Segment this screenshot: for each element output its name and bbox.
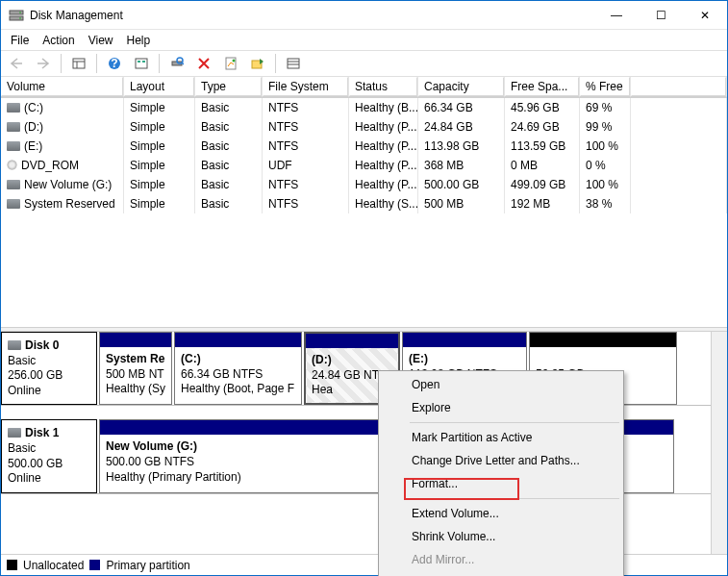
delete-button[interactable] (192, 53, 215, 74)
menu-item-open[interactable]: Open (381, 373, 621, 396)
menu-item-delete-volume[interactable]: Delete Volume... (381, 571, 621, 576)
partition-status: Healthy (Sy (106, 382, 165, 395)
menu-item-shrink-volume[interactable]: Shrink Volume... (381, 525, 621, 548)
volume-pct: 38 % (580, 194, 631, 213)
volume-name: (D:) (24, 120, 43, 134)
menu-item-extend-volume[interactable]: Extend Volume... (381, 502, 621, 525)
disk-label: Disk 1 (25, 426, 59, 439)
volume-layout: Simple (124, 137, 195, 156)
volume-pct: 100 % (580, 137, 631, 156)
volume-pct: 0 % (580, 156, 631, 175)
volume-row[interactable]: (E:)SimpleBasicNTFSHealthy (P...113.98 G… (1, 137, 727, 156)
minimize-button[interactable]: — (594, 1, 639, 30)
col-spacer (631, 77, 727, 97)
legend-primary-swatch (89, 560, 100, 570)
volume-pct: 100 % (580, 175, 631, 194)
partition-size: 500 MB NT (106, 367, 164, 381)
help-button[interactable]: ? (103, 53, 126, 74)
partition-title: System Re (106, 352, 164, 365)
volume-free: 0 MB (505, 156, 580, 175)
volume-layout: Simple (124, 175, 195, 194)
volume-capacity: 500 MB (418, 194, 505, 213)
menubar: File Action View Help (1, 30, 727, 50)
maximize-button[interactable]: ☐ (639, 1, 683, 30)
disk-info[interactable]: Disk 1Basic500.00 GBOnline (1, 419, 97, 492)
volume-name: System Reserved (24, 197, 115, 211)
volume-list[interactable]: (C:)SimpleBasicNTFSHealthy (B...66.34 GB… (1, 98, 727, 327)
disk-info[interactable]: Disk 0Basic256.00 GBOnline (1, 332, 97, 405)
partition-status: Hea (312, 383, 333, 396)
menu-item-mark-partition-as-active[interactable]: Mark Partition as Active (381, 426, 621, 449)
volume-row[interactable]: System ReservedSimpleBasicNTFSHealthy (S… (1, 194, 727, 213)
col-type[interactable]: Type (195, 77, 263, 97)
drive-icon (7, 122, 20, 132)
volume-type: Basic (195, 98, 263, 117)
volume-type: Basic (195, 117, 263, 137)
col-layout[interactable]: Layout (124, 77, 195, 97)
partition-title: (C:) (181, 352, 201, 365)
col-volume[interactable]: Volume (1, 77, 124, 97)
col-freespace[interactable]: Free Spa... (505, 77, 580, 97)
menu-item-explore[interactable]: Explore (381, 396, 621, 419)
toolbar: ? (1, 50, 727, 77)
volume-list-header: Volume Layout Type File System Status Ca… (1, 77, 727, 98)
volume-free: 192 MB (505, 194, 580, 213)
volume-row[interactable]: DVD_ROMSimpleBasicUDFHealthy (P...368 MB… (1, 156, 727, 175)
col-status[interactable]: Status (349, 77, 418, 97)
menu-item-format[interactable]: Format... (381, 472, 621, 495)
volume-free: 113.59 GB (505, 137, 580, 156)
disk-size: 500.00 GB (8, 457, 63, 470)
show-hide-button[interactable] (67, 53, 90, 74)
refresh-button[interactable] (165, 53, 188, 74)
volume-name: (C:) (24, 101, 43, 114)
back-button (5, 53, 28, 74)
volume-type: Basic (195, 194, 263, 213)
legend-unallocated-swatch (7, 560, 17, 570)
svg-rect-9 (136, 59, 147, 68)
disk-status: Online (8, 384, 41, 397)
svg-rect-10 (138, 61, 140, 63)
volume-capacity: 500.00 GB (418, 175, 505, 194)
list-view-button[interactable] (282, 53, 305, 74)
svg-text:?: ? (111, 57, 117, 70)
menu-help[interactable]: Help (127, 34, 151, 47)
volume-row[interactable]: (D:)SimpleBasicNTFSHealthy (P...24.84 GB… (1, 117, 727, 137)
partition-size: 66.34 GB NTFS (181, 367, 263, 381)
volume-free: 45.96 GB (505, 98, 580, 117)
partition-title: New Volume (G:) (106, 439, 197, 453)
menu-item-change-drive-letter-and-paths[interactable]: Change Drive Letter and Paths... (381, 449, 621, 472)
partition-bar (100, 333, 171, 347)
legend-unallocated-label: Unallocated (23, 559, 84, 572)
partition-status: Healthy (Primary Partition) (106, 470, 241, 484)
col-pctfree[interactable]: % Free (580, 77, 631, 97)
svg-rect-11 (142, 61, 145, 63)
properties-button[interactable] (219, 53, 242, 74)
menu-item-add-mirror: Add Mirror... (381, 548, 621, 571)
action-button[interactable] (246, 53, 269, 74)
settings-button[interactable] (130, 53, 153, 74)
menu-view[interactable]: View (88, 34, 113, 47)
partition-title: (D:) (312, 353, 332, 366)
menu-file[interactable]: File (11, 34, 29, 47)
volume-pct: 99 % (580, 117, 631, 137)
partition[interactable]: (C:)66.34 GB NTFSHealthy (Boot, Page F (174, 332, 302, 405)
col-capacity[interactable]: Capacity (418, 77, 505, 97)
disk-type: Basic (8, 354, 36, 367)
disk-icon (8, 340, 21, 350)
volume-row[interactable]: (C:)SimpleBasicNTFSHealthy (B...66.34 GB… (1, 98, 727, 117)
volume-fs: NTFS (263, 175, 349, 194)
vertical-scrollbar[interactable] (711, 332, 727, 554)
volume-type: Basic (195, 156, 263, 175)
drive-icon (7, 103, 20, 113)
volume-fs: UDF (263, 156, 349, 175)
menu-separator (410, 422, 619, 423)
volume-row[interactable]: New Volume (G:)SimpleBasicNTFSHealthy (P… (1, 175, 727, 194)
col-filesystem[interactable]: File System (263, 77, 349, 97)
partition[interactable]: System Re500 MB NTHealthy (Sy (99, 332, 172, 405)
menu-action[interactable]: Action (42, 34, 74, 47)
close-button[interactable]: ✕ (683, 1, 727, 30)
volume-capacity: 113.98 GB (418, 137, 505, 156)
partition-bar (306, 334, 398, 348)
volume-capacity: 66.34 GB (418, 98, 505, 117)
volume-name: (E:) (24, 139, 42, 153)
